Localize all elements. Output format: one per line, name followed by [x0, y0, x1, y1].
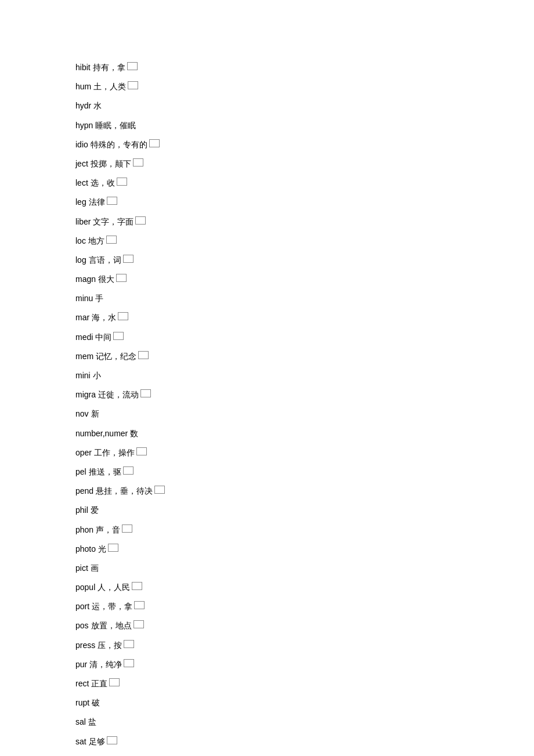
- word-meaning: 手: [95, 291, 103, 306]
- word-meaning: 压，按: [98, 638, 122, 653]
- checkbox-box: [107, 736, 117, 744]
- checkbox-box: [113, 332, 124, 340]
- word-meaning: 悬挂，垂，待决: [96, 484, 153, 498]
- word-meaning: 文字，字面: [93, 215, 134, 229]
- list-item: pur 清，纯净: [75, 655, 459, 674]
- word-root: sci: [75, 754, 85, 756]
- checkbox-box: [149, 139, 160, 147]
- word-root: hibit: [75, 60, 91, 75]
- checkbox-box: [118, 312, 128, 320]
- word-meaning: 很大: [98, 272, 114, 287]
- word-meaning: 土，人类: [93, 79, 126, 94]
- list-item: press 压，按: [75, 636, 459, 655]
- word-root: magn: [75, 272, 96, 287]
- list-item: mem 记忆，纪念: [75, 347, 459, 366]
- list-item: port 运，带，拿: [75, 597, 459, 616]
- word-meaning: 爱: [91, 503, 99, 518]
- word-root: mem: [75, 349, 93, 364]
- list-item: phon 声，音: [75, 520, 459, 540]
- word-root: pel: [75, 465, 86, 479]
- word-meaning: 画: [91, 561, 99, 576]
- checkbox-box: [135, 216, 146, 225]
- word-meaning: 足够: [89, 735, 105, 749]
- word-root: hum: [75, 79, 91, 94]
- word-root: ject: [75, 157, 88, 171]
- checkbox-box: [134, 620, 144, 628]
- word-meaning: 新: [91, 407, 99, 421]
- word-root: log: [75, 253, 86, 267]
- word-root: photo: [75, 542, 96, 556]
- word-root: number,numer: [75, 426, 128, 441]
- word-meaning: 睡眠，催眠: [95, 118, 136, 133]
- list-item: number,numer 数: [75, 424, 459, 443]
- word-meaning: 地方: [88, 234, 104, 248]
- word-meaning: 选，收: [91, 176, 115, 190]
- checkbox-box: [123, 466, 134, 475]
- word-root: idio: [75, 138, 88, 152]
- list-item: minu 手: [75, 289, 459, 308]
- word-meaning: 声，音: [96, 523, 120, 537]
- checkbox-box: [107, 197, 117, 205]
- list-item: liber 文字，字面: [75, 212, 459, 231]
- checkbox-box: [136, 447, 147, 455]
- word-root: medi: [75, 330, 93, 345]
- checkbox-box: [109, 678, 120, 686]
- word-list: hibit 持有，拿hum 土，人类hydr 水hypn 睡眠，催眠idio 特…: [75, 58, 459, 756]
- list-item: log 言语，词: [75, 251, 459, 270]
- word-meaning: 小: [93, 368, 101, 383]
- word-meaning: 言语，词: [89, 253, 121, 267]
- word-root: pict: [75, 561, 88, 576]
- word-root: hypn: [75, 118, 93, 133]
- word-meaning: 光: [98, 542, 106, 556]
- word-meaning: 知: [88, 754, 96, 756]
- list-item: pend 悬挂，垂，待决: [75, 482, 459, 501]
- word-root: minu: [75, 291, 93, 306]
- list-item: pos 放置，地点: [75, 616, 459, 635]
- word-root: sat: [75, 735, 86, 749]
- list-item: photo 光: [75, 540, 459, 559]
- list-item: rupt 破: [75, 693, 459, 712]
- list-item: nov 新: [75, 404, 459, 424]
- checkbox-box: [140, 389, 151, 397]
- checkbox-box: [134, 601, 145, 609]
- word-meaning: 人，人民: [98, 580, 130, 595]
- list-item: pict 画: [75, 559, 459, 578]
- checkbox-box: [116, 274, 127, 282]
- list-item: rect 正直: [75, 674, 459, 693]
- list-item: ject 投掷，颠下: [75, 154, 459, 173]
- list-item: loc 地方: [75, 231, 459, 251]
- list-item: popul 人，人民: [75, 578, 459, 597]
- word-meaning: 清，纯净: [89, 657, 122, 672]
- checkbox-box: [132, 582, 142, 590]
- word-root: lect: [75, 176, 88, 190]
- word-meaning: 投掷，颠下: [91, 157, 131, 171]
- word-meaning: 记忆，纪念: [96, 349, 136, 364]
- checkbox-box: [133, 158, 143, 167]
- checkbox-box: [117, 178, 127, 186]
- word-meaning: 持有，拿: [93, 60, 125, 75]
- checkbox-box: [108, 544, 118, 552]
- word-root: mini: [75, 368, 91, 383]
- word-meaning: 特殊的，专有的: [91, 138, 147, 152]
- word-meaning: 盐: [88, 715, 96, 729]
- list-item: leg 法律: [75, 193, 459, 212]
- word-meaning: 工作，操作: [94, 446, 135, 460]
- word-root: migra: [75, 388, 96, 402]
- word-root: liber: [75, 215, 91, 229]
- word-root: pend: [75, 484, 93, 498]
- word-root: port: [75, 599, 89, 614]
- checkbox-box: [106, 236, 117, 244]
- list-item: migra 迁徙，流动: [75, 385, 459, 404]
- checkbox-box: [128, 81, 138, 89]
- checkbox-box: [154, 486, 165, 494]
- list-item: mar 海，水: [75, 308, 459, 327]
- checkbox-box: [124, 640, 134, 648]
- word-root: pos: [75, 618, 89, 633]
- list-item: hum 土，人类: [75, 77, 459, 96]
- word-meaning: 运，带，拿: [92, 599, 132, 614]
- word-meaning: 中间: [95, 330, 111, 345]
- word-root: oper: [75, 446, 92, 460]
- word-root: phon: [75, 523, 93, 537]
- list-item: hydr 水: [75, 96, 459, 115]
- list-item: sal 盐: [75, 712, 459, 732]
